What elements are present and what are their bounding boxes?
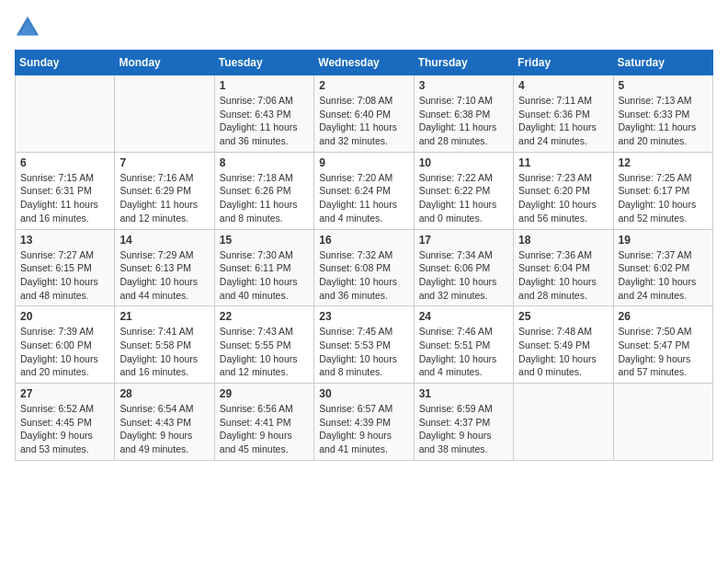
day-number: 15	[220, 234, 309, 247]
day-info: Sunrise: 7:13 AM Sunset: 6:33 PM Dayligh…	[619, 94, 708, 148]
calendar-header: SundayMondayTuesdayWednesdayThursdayFrid…	[16, 51, 713, 75]
page-header	[15, 15, 713, 40]
day-info: Sunrise: 7:18 AM Sunset: 6:26 PM Dayligh…	[220, 171, 309, 225]
day-number: 12	[619, 156, 708, 169]
day-info: Sunrise: 7:50 AM Sunset: 5:47 PM Dayligh…	[619, 325, 708, 379]
day-number: 22	[220, 310, 309, 323]
calendar-cell: 3Sunrise: 7:10 AM Sunset: 6:38 PM Daylig…	[414, 75, 513, 153]
calendar-cell: 31Sunrise: 6:59 AM Sunset: 4:37 PM Dayli…	[414, 384, 513, 461]
day-info: Sunrise: 7:36 AM Sunset: 6:04 PM Dayligh…	[518, 248, 608, 303]
calendar-cell	[613, 384, 712, 461]
header-day-monday: Monday	[115, 51, 214, 75]
calendar-cell: 2Sunrise: 7:08 AM Sunset: 6:40 PM Daylig…	[314, 75, 414, 153]
day-number: 24	[419, 310, 508, 323]
week-row-5: 27Sunrise: 6:52 AM Sunset: 4:45 PM Dayli…	[16, 384, 713, 461]
calendar-cell: 27Sunrise: 6:52 AM Sunset: 4:45 PM Dayli…	[16, 384, 115, 461]
calendar-cell: 14Sunrise: 7:29 AM Sunset: 6:13 PM Dayli…	[115, 229, 214, 306]
day-number: 30	[319, 387, 408, 400]
day-number: 21	[119, 310, 209, 323]
calendar-cell: 22Sunrise: 7:43 AM Sunset: 5:55 PM Dayli…	[214, 306, 313, 384]
calendar-cell: 19Sunrise: 7:37 AM Sunset: 6:02 PM Dayli…	[613, 229, 712, 306]
day-info: Sunrise: 7:43 AM Sunset: 5:55 PM Dayligh…	[220, 325, 309, 379]
day-number: 16	[319, 234, 408, 247]
calendar-cell: 18Sunrise: 7:36 AM Sunset: 6:04 PM Dayli…	[514, 229, 613, 306]
day-info: Sunrise: 7:10 AM Sunset: 6:38 PM Dayligh…	[419, 94, 508, 148]
day-info: Sunrise: 7:27 AM Sunset: 6:15 PM Dayligh…	[20, 248, 109, 303]
day-info: Sunrise: 7:11 AM Sunset: 6:36 PM Dayligh…	[518, 94, 608, 148]
calendar-cell	[115, 75, 214, 153]
week-row-2: 6Sunrise: 7:15 AM Sunset: 6:31 PM Daylig…	[16, 152, 713, 229]
calendar-cell	[16, 75, 115, 153]
day-info: Sunrise: 7:22 AM Sunset: 6:22 PM Dayligh…	[419, 171, 508, 225]
calendar-cell: 17Sunrise: 7:34 AM Sunset: 6:06 PM Dayli…	[414, 229, 513, 306]
day-number: 14	[119, 234, 209, 247]
calendar-cell: 4Sunrise: 7:11 AM Sunset: 6:36 PM Daylig…	[514, 75, 613, 153]
day-number: 11	[518, 156, 608, 169]
day-number: 28	[119, 387, 209, 400]
logo	[15, 15, 44, 40]
header-day-sunday: Sunday	[16, 51, 115, 75]
calendar-cell: 12Sunrise: 7:25 AM Sunset: 6:17 PM Dayli…	[613, 152, 712, 229]
day-info: Sunrise: 6:54 AM Sunset: 4:43 PM Dayligh…	[119, 402, 209, 456]
day-number: 13	[20, 234, 109, 247]
day-number: 17	[419, 234, 508, 247]
calendar-cell: 7Sunrise: 7:16 AM Sunset: 6:29 PM Daylig…	[115, 152, 214, 229]
day-number: 9	[319, 156, 408, 169]
day-number: 1	[220, 79, 309, 92]
calendar-cell: 29Sunrise: 6:56 AM Sunset: 4:41 PM Dayli…	[214, 384, 313, 461]
calendar-table: SundayMondayTuesdayWednesdayThursdayFrid…	[15, 50, 713, 461]
week-row-1: 1Sunrise: 7:06 AM Sunset: 6:43 PM Daylig…	[16, 75, 713, 153]
day-info: Sunrise: 7:48 AM Sunset: 5:49 PM Dayligh…	[518, 325, 608, 379]
day-info: Sunrise: 7:30 AM Sunset: 6:11 PM Dayligh…	[220, 248, 309, 303]
day-number: 26	[619, 310, 708, 323]
day-number: 23	[319, 310, 408, 323]
header-day-friday: Friday	[514, 51, 613, 75]
calendar-cell: 21Sunrise: 7:41 AM Sunset: 5:58 PM Dayli…	[115, 306, 214, 384]
day-info: Sunrise: 7:16 AM Sunset: 6:29 PM Dayligh…	[119, 171, 209, 225]
day-number: 31	[419, 387, 508, 400]
day-info: Sunrise: 7:45 AM Sunset: 5:53 PM Dayligh…	[319, 325, 408, 379]
day-info: Sunrise: 6:59 AM Sunset: 4:37 PM Dayligh…	[419, 402, 508, 456]
day-info: Sunrise: 7:15 AM Sunset: 6:31 PM Dayligh…	[20, 171, 109, 225]
day-number: 3	[419, 79, 508, 92]
week-row-4: 20Sunrise: 7:39 AM Sunset: 6:00 PM Dayli…	[16, 306, 713, 384]
calendar-cell: 20Sunrise: 7:39 AM Sunset: 6:00 PM Dayli…	[16, 306, 115, 384]
day-number: 6	[20, 156, 109, 169]
calendar-cell: 8Sunrise: 7:18 AM Sunset: 6:26 PM Daylig…	[214, 152, 313, 229]
calendar-cell: 30Sunrise: 6:57 AM Sunset: 4:39 PM Dayli…	[314, 384, 414, 461]
calendar-body: 1Sunrise: 7:06 AM Sunset: 6:43 PM Daylig…	[16, 75, 713, 461]
header-row: SundayMondayTuesdayWednesdayThursdayFrid…	[16, 51, 713, 75]
day-number: 25	[518, 310, 608, 323]
day-number: 10	[419, 156, 508, 169]
calendar-cell: 13Sunrise: 7:27 AM Sunset: 6:15 PM Dayli…	[16, 229, 115, 306]
calendar-cell	[514, 384, 613, 461]
day-info: Sunrise: 7:34 AM Sunset: 6:06 PM Dayligh…	[419, 248, 508, 303]
day-number: 5	[619, 79, 708, 92]
day-info: Sunrise: 7:32 AM Sunset: 6:08 PM Dayligh…	[319, 248, 408, 303]
day-number: 4	[518, 79, 608, 92]
day-number: 27	[20, 387, 109, 400]
day-info: Sunrise: 7:41 AM Sunset: 5:58 PM Dayligh…	[119, 325, 209, 379]
calendar-cell: 24Sunrise: 7:46 AM Sunset: 5:51 PM Dayli…	[414, 306, 513, 384]
day-info: Sunrise: 6:56 AM Sunset: 4:41 PM Dayligh…	[220, 402, 309, 456]
calendar-cell: 1Sunrise: 7:06 AM Sunset: 6:43 PM Daylig…	[214, 75, 313, 153]
calendar-cell: 5Sunrise: 7:13 AM Sunset: 6:33 PM Daylig…	[613, 75, 712, 153]
day-info: Sunrise: 6:57 AM Sunset: 4:39 PM Dayligh…	[319, 402, 408, 456]
day-info: Sunrise: 7:08 AM Sunset: 6:40 PM Dayligh…	[319, 94, 408, 148]
day-info: Sunrise: 7:37 AM Sunset: 6:02 PM Dayligh…	[619, 248, 708, 303]
header-day-tuesday: Tuesday	[214, 51, 313, 75]
calendar-cell: 23Sunrise: 7:45 AM Sunset: 5:53 PM Dayli…	[314, 306, 414, 384]
day-info: Sunrise: 7:23 AM Sunset: 6:20 PM Dayligh…	[518, 171, 608, 225]
day-number: 29	[220, 387, 309, 400]
calendar-cell: 15Sunrise: 7:30 AM Sunset: 6:11 PM Dayli…	[214, 229, 313, 306]
header-day-saturday: Saturday	[613, 51, 712, 75]
week-row-3: 13Sunrise: 7:27 AM Sunset: 6:15 PM Dayli…	[16, 229, 713, 306]
day-number: 7	[119, 156, 209, 169]
logo-icon	[15, 15, 40, 40]
day-info: Sunrise: 7:39 AM Sunset: 6:00 PM Dayligh…	[20, 325, 109, 379]
day-info: Sunrise: 7:06 AM Sunset: 6:43 PM Dayligh…	[220, 94, 309, 148]
day-info: Sunrise: 7:46 AM Sunset: 5:51 PM Dayligh…	[419, 325, 508, 379]
day-info: Sunrise: 7:29 AM Sunset: 6:13 PM Dayligh…	[119, 248, 209, 303]
calendar-cell: 16Sunrise: 7:32 AM Sunset: 6:08 PM Dayli…	[314, 229, 414, 306]
calendar-cell: 10Sunrise: 7:22 AM Sunset: 6:22 PM Dayli…	[414, 152, 513, 229]
